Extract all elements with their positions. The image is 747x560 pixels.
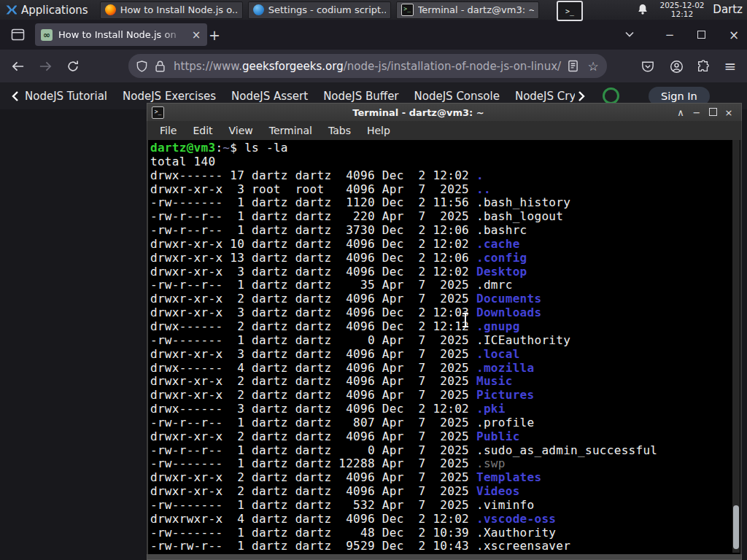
taskbar-item-terminal[interactable]: >_Terminal - dartz@vm3: ~ bbox=[396, 1, 539, 19]
nav-links: NodeJS ExercisesNodeJS AssertNodeJS Buff… bbox=[123, 90, 575, 103]
terminal-listing-row: -rw------- 1 dartz dartz 48 Dec 2 10:39 … bbox=[150, 526, 740, 540]
terminal-menu-file[interactable]: File bbox=[153, 123, 183, 138]
bookmark-star-icon[interactable]: ☆ bbox=[587, 59, 600, 74]
directory-name: .. bbox=[476, 182, 491, 196]
nav-link[interactable]: NodeJS Console bbox=[414, 90, 500, 103]
applications-menu[interactable]: Applications bbox=[0, 0, 94, 20]
scrollbar-thumb[interactable] bbox=[733, 505, 739, 549]
nav-prev-chevron-icon[interactable] bbox=[10, 91, 20, 101]
back-button[interactable] bbox=[9, 58, 26, 75]
terminal-scrollbar[interactable] bbox=[732, 140, 740, 553]
directory-name: Videos bbox=[476, 484, 520, 498]
notification-bell-icon[interactable] bbox=[636, 3, 649, 16]
terminal-listing-row: drwxr-xr-x 10 dartz dartz 4096 Dec 2 12:… bbox=[150, 238, 740, 252]
account-icon[interactable] bbox=[667, 58, 685, 75]
file-name: .xscreensaver bbox=[476, 539, 570, 553]
clock[interactable]: 2025-12-02 12:12 bbox=[656, 1, 708, 18]
terminal-listing-row: drwx------ 4 dartz dartz 4096 Apr 7 2025… bbox=[150, 362, 740, 376]
url-text[interactable]: https://www.geeksforgeeks.org/node-js/in… bbox=[174, 60, 562, 73]
browser-minimize-button[interactable]: − bbox=[660, 26, 679, 43]
browser-toolbar: https://www.geeksforgeeks.org/node-js/in… bbox=[0, 50, 747, 83]
nav-link[interactable]: NodeJS Buffer bbox=[323, 90, 398, 103]
taskbar-item-label: Settings - codium script... bbox=[268, 4, 386, 15]
tab-close-icon[interactable]: × bbox=[191, 30, 201, 40]
terminal-listing-row: -rw-rw-r-- 1 dartz dartz 9529 Dec 2 10:4… bbox=[150, 540, 740, 553]
file-name: .swp bbox=[476, 456, 506, 470]
terminal-shade-button[interactable]: ∧ bbox=[673, 107, 689, 118]
terminal-listing-row: drwxr-xr-x 3 root root 4096 Apr 7 2025 .… bbox=[150, 183, 740, 197]
terminal-screen[interactable]: dartz@vm3:~$ ls -la total 140 drwx------… bbox=[147, 140, 742, 554]
vscodium-icon bbox=[253, 4, 264, 15]
extensions-puzzle-icon[interactable] bbox=[694, 58, 712, 75]
directory-name: Music bbox=[476, 374, 513, 388]
file-name: .profile bbox=[476, 416, 534, 429]
terminal-menu-view[interactable]: View bbox=[222, 123, 260, 138]
directory-name: .pki bbox=[476, 402, 506, 416]
terminal-listing-row: -rw-r--r-- 1 dartz dartz 3730 Dec 2 12:0… bbox=[150, 224, 740, 238]
clock-date: 2025-12-02 bbox=[656, 1, 708, 10]
reload-button[interactable] bbox=[64, 58, 82, 75]
browser-close-button[interactable]: × bbox=[724, 26, 743, 43]
terminal-title-bar[interactable]: >_ Terminal - dartz@vm3: ~ ∧ − × bbox=[147, 103, 742, 121]
browser-tab-bar: ∞ How to Install Node.js on × + − × bbox=[0, 20, 747, 50]
directory-name: .mozilla bbox=[476, 361, 534, 375]
terminal-listing-row: drwxr-xr-x 2 dartz dartz 4096 Apr 7 2025… bbox=[150, 471, 740, 485]
terminal-listing-row: -rw------- 1 dartz dartz 1120 Dec 2 11:5… bbox=[150, 196, 740, 210]
terminal-maximize-button[interactable] bbox=[705, 107, 721, 118]
tracking-shield-icon[interactable] bbox=[136, 60, 149, 73]
nav-link[interactable]: NodeJS Exercises bbox=[123, 90, 216, 103]
terminal-menu-edit[interactable]: Edit bbox=[186, 123, 219, 138]
reader-mode-icon[interactable] bbox=[568, 60, 581, 73]
nav-link-tutorial[interactable]: NodeJS Tutorial bbox=[25, 90, 107, 103]
maximize-icon bbox=[709, 108, 717, 116]
directory-name: .local bbox=[476, 347, 520, 361]
terminal-listing-row: drwx------ 3 dartz dartz 4096 Dec 2 12:0… bbox=[150, 402, 740, 416]
file-name: .Xauthority bbox=[476, 526, 556, 540]
url-bar[interactable]: https://www.geeksforgeeks.org/node-js/in… bbox=[128, 54, 607, 78]
new-tab-button[interactable]: + bbox=[205, 26, 224, 44]
terminal-prompt-line: dartz@vm3:~$ ls -la bbox=[150, 141, 740, 155]
nav-link[interactable]: NodeJS Assert bbox=[231, 90, 308, 103]
terminal-listing-row: drwxrwxr-x 4 dartz dartz 4096 Dec 2 12:0… bbox=[150, 513, 740, 526]
terminal-listing-row: drwxr-xr-x 3 dartz dartz 4096 Apr 7 2025… bbox=[150, 348, 740, 362]
browser-maximize-button[interactable] bbox=[692, 26, 711, 43]
hamburger-menu-icon[interactable]: ≡ bbox=[721, 58, 739, 75]
prompt-cwd: ~ bbox=[222, 141, 230, 155]
terminal-menu-help[interactable]: Help bbox=[360, 123, 397, 138]
terminal-bottom-border bbox=[147, 554, 742, 560]
terminal-listing-row: drwxr-xr-x 13 dartz dartz 4096 Dec 2 12:… bbox=[150, 252, 740, 265]
prompt-user-host: dartz@vm3 bbox=[150, 141, 215, 155]
directory-name: Documents bbox=[476, 292, 541, 306]
terminal-listing-row: -rw------- 1 dartz dartz 0 Apr 7 2025 .I… bbox=[150, 334, 740, 348]
taskbar-item-vscodium[interactable]: Settings - codium script... bbox=[248, 1, 391, 19]
terminal-listing-row: -rw-r--r-- 1 dartz dartz 807 Apr 7 2025 … bbox=[150, 416, 740, 430]
terminal-close-button[interactable]: × bbox=[721, 107, 737, 118]
directory-name: .vscode-oss bbox=[476, 512, 556, 526]
forward-button[interactable] bbox=[36, 58, 54, 75]
list-all-tabs-chevron-icon[interactable] bbox=[624, 28, 638, 42]
firefox-view-icon[interactable] bbox=[9, 26, 26, 42]
nav-link[interactable]: NodeJS Crypto bbox=[515, 90, 575, 103]
terminal-listing-row: -rw-r--r-- 1 dartz dartz 0 Apr 7 2025 .s… bbox=[150, 444, 740, 458]
file-name: .dmrc bbox=[476, 278, 513, 292]
url-path: /node-js/installation-of-node-js-on-linu… bbox=[344, 60, 561, 73]
terminal-listing-row: drwxr-xr-x 3 dartz dartz 4096 Dec 2 12:0… bbox=[150, 306, 740, 320]
terminal-tray-icon[interactable]: >_ bbox=[557, 1, 583, 21]
terminal-listing-row: drwxr-xr-x 2 dartz dartz 4096 Apr 7 2025… bbox=[150, 375, 740, 389]
terminal-listing-row: -rw-r--r-- 1 dartz dartz 220 Apr 7 2025 … bbox=[150, 210, 740, 224]
pocket-icon[interactable] bbox=[639, 58, 657, 75]
nav-next-chevron-icon[interactable] bbox=[576, 91, 587, 101]
search-icon[interactable] bbox=[603, 88, 619, 104]
terminal-menu-tabs[interactable]: Tabs bbox=[322, 123, 357, 138]
geeksforgeeks-favicon: ∞ bbox=[41, 29, 53, 41]
lock-icon[interactable] bbox=[155, 60, 168, 73]
file-name: .bashrc bbox=[476, 223, 527, 237]
terminal-total-line: total 140 bbox=[150, 155, 740, 169]
taskbar-item-firefox[interactable]: How to Install Node.js o... bbox=[100, 1, 243, 19]
file-name: .sudo_as_admin_successful bbox=[476, 443, 657, 457]
browser-tab[interactable]: ∞ How to Install Node.js on × bbox=[35, 23, 207, 46]
terminal-minimize-button[interactable]: − bbox=[689, 107, 705, 118]
terminal-menu-terminal[interactable]: Terminal bbox=[263, 123, 319, 138]
file-name: .viminfo bbox=[476, 498, 534, 512]
file-name: .ICEauthority bbox=[476, 333, 570, 347]
